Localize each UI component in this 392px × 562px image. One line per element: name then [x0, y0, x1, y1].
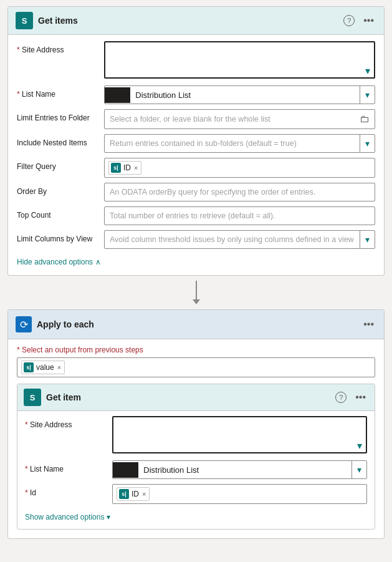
- get-item-id-label: Id: [25, 484, 106, 497]
- list-name-row: List Name Distribution List ▾: [17, 85, 375, 104]
- limit-entries-input[interactable]: Select a folder, or leave blank for the …: [104, 109, 375, 129]
- order-by-field: An ODATA orderBy query for specifying th…: [104, 183, 375, 201]
- list-name-label: List Name: [17, 85, 98, 99]
- site-address-row: Site Address ▾: [17, 41, 375, 80]
- get-items-help-icon[interactable]: ?: [343, 15, 355, 26]
- get-item-title: Get item: [46, 392, 330, 402]
- limit-entries-placeholder: Select a folder, or leave blank for the …: [105, 110, 355, 128]
- get-items-header: S Get items ? •••: [8, 7, 384, 35]
- get-item-more-button[interactable]: •••: [353, 390, 368, 404]
- site-address-label: Site Address: [17, 41, 98, 54]
- get-item-site-address-input[interactable]: [112, 416, 367, 453]
- include-nested-label: Include Nested Items: [17, 134, 98, 147]
- apply-to-each-title: Apply to each: [37, 319, 356, 329]
- get-item-icon: S: [24, 389, 41, 406]
- site-address-wrapper: ▾: [104, 41, 375, 80]
- get-items-icon: S: [16, 12, 33, 29]
- site-address-input[interactable]: [104, 41, 375, 79]
- limit-entries-label: Limit Entries to Folder: [17, 109, 98, 122]
- get-item-help-icon[interactable]: ?: [335, 392, 347, 403]
- get-item-list-name-field: Distribution List ▾: [112, 460, 367, 479]
- show-advanced-label: Show advanced options: [25, 513, 104, 521]
- limit-columns-placeholder: Avoid column threshold issues by only us…: [105, 231, 360, 248]
- filter-query-tag-icon: s|: [111, 163, 121, 173]
- apply-tag-container[interactable]: s| value ×: [17, 357, 375, 377]
- get-item-list-name-highlight: [113, 462, 138, 478]
- list-name-chevron[interactable]: ▾: [360, 86, 375, 104]
- list-name-highlight: [105, 87, 130, 103]
- get-item-site-address-chevron[interactable]: ▾: [355, 438, 365, 453]
- include-nested-input[interactable]: Return entries contained in sub-folders …: [104, 134, 375, 153]
- limit-columns-chevron[interactable]: ▾: [360, 231, 375, 248]
- apply-value-tag: s| value ×: [21, 361, 65, 374]
- show-advanced-icon: ▾: [107, 513, 110, 521]
- order-by-row: Order By An ODATA orderBy query for spec…: [17, 183, 375, 201]
- get-item-site-address-field: ▾: [112, 416, 367, 455]
- get-items-body: Site Address ▾ List Name Distribution Li…: [8, 35, 384, 275]
- top-count-label: Top Count: [17, 206, 98, 220]
- get-item-card: S Get item ? ••• Site Address: [17, 384, 375, 530]
- main-container: S Get items ? ••• Site Address ▾: [0, 0, 392, 545]
- filter-query-field: s| ID ×: [104, 158, 375, 178]
- filter-query-label: Filter Query: [17, 158, 98, 171]
- include-nested-field: Return entries contained in sub-folders …: [104, 134, 375, 153]
- get-item-site-address-row: Site Address ▾: [25, 416, 367, 455]
- limit-entries-field: Select a folder, or leave blank for the …: [104, 109, 375, 129]
- get-items-actions: ? •••: [343, 14, 376, 27]
- apply-to-each-icon: ⟳: [16, 316, 32, 332]
- filter-query-tag-close[interactable]: ×: [133, 165, 138, 172]
- top-count-placeholder: Total number of entries to retrieve (def…: [105, 207, 375, 225]
- include-nested-placeholder: Return entries contained in sub-folders …: [105, 135, 360, 152]
- limit-entries-row: Limit Entries to Folder Select a folder,…: [17, 109, 375, 129]
- show-advanced-button[interactable]: Show advanced options ▾: [25, 513, 110, 521]
- get-item-body: Site Address ▾ List Name: [17, 411, 375, 529]
- apply-to-each-body: * Select an output from previous steps s…: [8, 339, 384, 538]
- filter-query-container[interactable]: s| ID ×: [104, 158, 375, 178]
- filter-query-row: Filter Query s| ID ×: [17, 158, 375, 178]
- hide-advanced-label: Hide advanced options: [17, 258, 93, 266]
- include-nested-chevron[interactable]: ▾: [360, 135, 375, 152]
- top-count-row: Top Count Total number of entries to ret…: [17, 206, 375, 225]
- get-item-id-tag: s| ID ×: [117, 487, 150, 501]
- apply-select-label: * Select an output from previous steps: [17, 346, 375, 354]
- apply-to-each-more-button[interactable]: •••: [361, 317, 376, 331]
- get-item-id-tag-icon: s|: [119, 489, 129, 499]
- get-item-actions: ? •••: [335, 390, 368, 404]
- apply-to-each-header: ⟳ Apply to each •••: [8, 310, 384, 339]
- apply-to-each-card: ⟳ Apply to each ••• * Select an output f…: [7, 309, 385, 539]
- filter-query-tag-label: ID: [123, 163, 131, 172]
- get-items-card: S Get items ? ••• Site Address ▾: [7, 6, 385, 276]
- get-item-header: S Get item ? •••: [17, 384, 375, 411]
- get-item-id-tag-label: ID: [131, 490, 139, 498]
- get-item-list-name-input[interactable]: Distribution List ▾: [112, 460, 367, 479]
- top-count-input[interactable]: Total number of entries to retrieve (def…: [104, 206, 375, 225]
- get-item-site-address-wrapper: ▾: [112, 416, 367, 455]
- get-item-id-container[interactable]: s| ID ×: [112, 484, 367, 504]
- order-by-input[interactable]: An ODATA orderBy query for specifying th…: [104, 183, 375, 201]
- hide-advanced-icon: ∧: [95, 258, 101, 266]
- arrow-line: [196, 281, 197, 299]
- hide-advanced-button[interactable]: Hide advanced options ∧: [17, 258, 101, 266]
- limit-columns-label: Limit Columns by View: [17, 230, 98, 243]
- site-address-chevron[interactable]: ▾: [363, 64, 373, 78]
- top-count-field: Total number of entries to retrieve (def…: [104, 206, 375, 225]
- apply-tag-label: value: [36, 363, 54, 372]
- get-item-id-tag-close[interactable]: ×: [141, 491, 146, 498]
- list-name-input[interactable]: Distribution List ▾: [104, 85, 375, 104]
- apply-to-each-actions: •••: [361, 317, 376, 331]
- site-address-field: ▾: [104, 41, 375, 80]
- limit-columns-field: Avoid column threshold issues by only us…: [104, 230, 375, 249]
- apply-tag-close[interactable]: ×: [57, 364, 62, 371]
- limit-columns-input[interactable]: Avoid column threshold issues by only us…: [104, 230, 375, 249]
- get-item-id-row: Id s| ID ×: [25, 484, 367, 504]
- include-nested-row: Include Nested Items Return entries cont…: [17, 134, 375, 153]
- arrow-connector: [193, 276, 200, 309]
- limit-entries-folder-icon[interactable]: 🗀: [355, 110, 375, 128]
- list-name-value: Distribution List: [130, 87, 360, 104]
- apply-tag-icon: s|: [24, 362, 34, 372]
- get-items-title: Get items: [38, 16, 338, 26]
- get-item-list-name-chevron[interactable]: ▾: [351, 461, 366, 478]
- list-name-field: Distribution List ▾: [104, 85, 375, 104]
- limit-columns-row: Limit Columns by View Avoid column thres…: [17, 230, 375, 249]
- get-items-more-button[interactable]: •••: [361, 14, 376, 27]
